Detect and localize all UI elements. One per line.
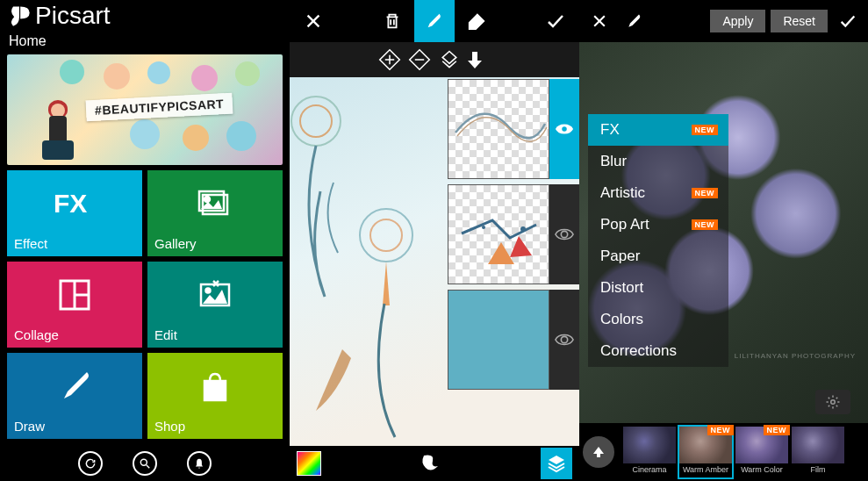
add-layer-button[interactable] — [377, 47, 402, 72]
home-panel: Picsart Home M #BEAUTIFYPICSART FX Effec… — [0, 0, 290, 481]
filter-thumb-cinerama[interactable]: Cinerama — [623, 427, 676, 477]
layers-icon — [546, 453, 567, 474]
apply-button[interactable]: Apply — [710, 10, 765, 32]
home-nav: Home M — [0, 30, 290, 54]
brush-tool-button[interactable] — [414, 0, 455, 42]
filter-thumb-warm-color[interactable]: NEW Warm Color — [735, 427, 788, 477]
fx-menu-item-popart[interactable]: Pop Art NEW — [588, 209, 728, 240]
fx-menu-label: Colors — [600, 311, 643, 328]
brush-icon — [55, 369, 94, 404]
close-button[interactable] — [293, 0, 334, 42]
tile-edit-label: Edit — [154, 327, 177, 342]
stack-diamond-icon — [438, 48, 461, 71]
brush-mask-button[interactable] — [620, 0, 649, 42]
collapse-filters-button[interactable] — [583, 436, 614, 468]
eye-icon — [555, 333, 574, 347]
tile-shop[interactable]: Shop — [147, 353, 283, 439]
refresh-button[interactable] — [78, 451, 103, 476]
svg-point-3 — [204, 197, 210, 202]
filter-strip: Cinerama NEW Warm Amber NEW Warm Color F… — [579, 423, 868, 481]
fx-menu-item-paper[interactable]: Paper — [588, 240, 728, 272]
svg-point-26 — [561, 231, 567, 237]
fx-menu-label: Artistic — [600, 184, 645, 202]
fx-menu-item-distort[interactable]: Distort — [588, 272, 728, 304]
eye-icon — [555, 122, 574, 136]
home-appbar — [0, 446, 290, 481]
fx-menu-item-fx[interactable]: FX NEW — [588, 114, 728, 146]
tile-draw-label: Draw — [14, 419, 45, 434]
tile-draw[interactable]: Draw — [7, 353, 142, 439]
svg-point-23 — [562, 126, 567, 132]
check-icon — [838, 11, 857, 31]
fx-icon: FX — [54, 186, 96, 221]
tile-collage-label: Collage — [14, 327, 59, 342]
svg-point-21 — [360, 209, 412, 262]
fx-menu-label: Distort — [600, 279, 643, 297]
layer-row — [448, 290, 579, 390]
layer-thumbnail[interactable] — [448, 79, 549, 179]
notifications-button[interactable] — [187, 451, 212, 476]
new-badge: NEW — [692, 219, 719, 230]
fx-menu-item-corrections[interactable]: Corrections — [588, 335, 728, 367]
filter-thumb-film[interactable]: Film — [792, 427, 844, 477]
settings-button[interactable] — [815, 390, 850, 414]
layer-ops-bar — [290, 42, 579, 77]
svg-point-19 — [291, 97, 341, 146]
svg-point-24 — [520, 226, 526, 232]
new-badge: NEW — [692, 188, 719, 198]
fx-menu-item-colors[interactable]: Colors — [588, 304, 728, 335]
nav-home-label[interactable]: Home — [9, 33, 47, 49]
fx-menu-label: Blur — [600, 153, 627, 170]
gallery-icon — [196, 186, 234, 221]
draw-canvas[interactable] — [290, 77, 579, 446]
fx-menu-item-blur[interactable]: Blur — [588, 146, 728, 177]
tile-collage[interactable]: Collage — [7, 262, 142, 348]
confirm-button[interactable] — [833, 0, 863, 42]
layer-visibility-toggle[interactable] — [549, 290, 579, 390]
picsart-logo-icon — [7, 4, 32, 28]
hero-hashtag: #BEAUTIFYPICSART — [85, 93, 233, 122]
eraser-tool-button[interactable] — [456, 0, 497, 42]
layers-panel — [290, 0, 579, 481]
refresh-icon — [84, 457, 97, 470]
filter-thumb-warm-amber[interactable]: NEW Warm Amber — [679, 427, 732, 477]
close-button[interactable] — [585, 0, 614, 42]
layer-thumbnail[interactable] — [448, 290, 549, 390]
fx-topbar: Apply Reset — [579, 0, 868, 42]
stroke-style-button[interactable] — [419, 452, 443, 475]
tile-gallery[interactable]: Gallery — [147, 170, 283, 256]
svg-line-12 — [147, 465, 150, 469]
app-brand: Picsart — [0, 0, 290, 30]
duplicate-layer-button[interactable] — [437, 47, 462, 72]
tile-edit[interactable]: Edit — [147, 262, 283, 348]
new-badge: NEW — [692, 125, 719, 135]
color-picker-button[interactable] — [297, 451, 321, 476]
fx-panel: Apply Reset LILITHANYAN PHOTOGRAPHY FX N… — [579, 0, 868, 481]
svg-text:FX: FX — [54, 189, 87, 218]
layer-visibility-toggle[interactable] — [549, 79, 579, 179]
layers-panel-button[interactable] — [541, 448, 572, 479]
fx-menu-item-artistic[interactable]: Artistic NEW — [588, 177, 728, 209]
svg-point-27 — [561, 336, 567, 342]
bell-icon — [193, 457, 205, 470]
layer-thumbnail[interactable] — [448, 184, 549, 284]
layer-visibility-toggle[interactable] — [549, 184, 579, 284]
editor-bottombar — [290, 446, 579, 481]
hero-banner[interactable]: #BEAUTIFYPICSART — [7, 54, 283, 165]
svg-point-20 — [300, 105, 332, 137]
svg-point-11 — [140, 459, 147, 465]
svg-point-25 — [482, 226, 485, 229]
squiggle-icon — [419, 452, 443, 475]
eraser-icon — [466, 11, 487, 31]
tile-effect[interactable]: FX Effect — [7, 170, 142, 256]
reset-button[interactable]: Reset — [771, 10, 828, 32]
svg-point-30 — [831, 400, 836, 405]
delete-button[interactable] — [372, 0, 412, 42]
filter-label: Cinerama — [623, 463, 676, 474]
search-button[interactable] — [133, 451, 157, 476]
gear-icon — [825, 394, 841, 410]
merge-down-button[interactable] — [467, 50, 491, 69]
confirm-button[interactable] — [535, 0, 576, 42]
check-icon — [545, 11, 566, 32]
remove-layer-button[interactable] — [407, 47, 432, 72]
